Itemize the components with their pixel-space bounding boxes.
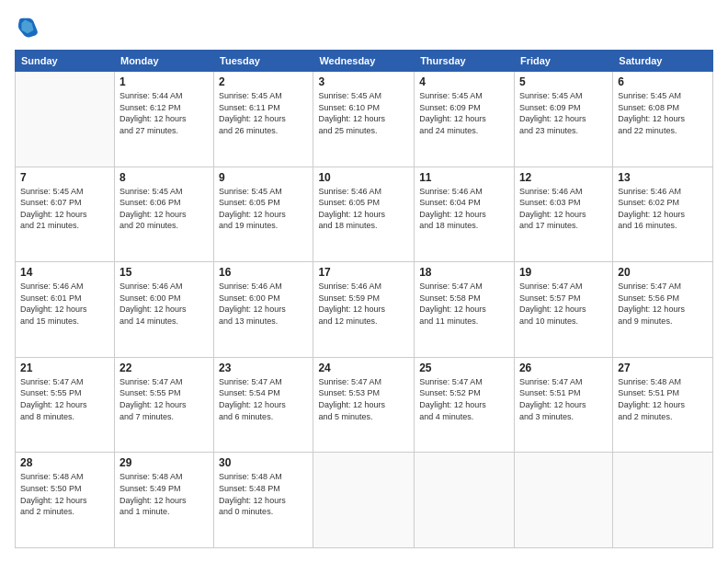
page: SundayMondayTuesdayWednesdayThursdayFrid… <box>0 0 728 563</box>
calendar-cell: 17Sunrise: 5:46 AM Sunset: 5:59 PM Dayli… <box>313 262 415 358</box>
calendar-cell: 8Sunrise: 5:45 AM Sunset: 6:06 PM Daylig… <box>114 167 213 262</box>
calendar-cell <box>313 453 415 548</box>
calendar-cell: 3Sunrise: 5:45 AM Sunset: 6:10 PM Daylig… <box>313 72 415 167</box>
day-number: 19 <box>519 266 608 279</box>
calendar-cell: 20Sunrise: 5:47 AM Sunset: 5:56 PM Dayli… <box>613 262 713 358</box>
weekday-header-tuesday: Tuesday <box>214 51 313 72</box>
calendar-table: SundayMondayTuesdayWednesdayThursdayFrid… <box>15 50 713 548</box>
day-info: Sunrise: 5:48 AM Sunset: 5:49 PM Dayligh… <box>119 471 209 517</box>
week-row-2: 7Sunrise: 5:45 AM Sunset: 6:07 PM Daylig… <box>16 167 713 262</box>
calendar-cell <box>16 72 115 167</box>
logo <box>15 15 42 40</box>
header <box>15 15 713 40</box>
day-number: 2 <box>219 75 308 88</box>
calendar-cell: 22Sunrise: 5:47 AM Sunset: 5:55 PM Dayli… <box>114 357 213 453</box>
day-number: 14 <box>20 266 109 279</box>
calendar-cell <box>613 453 713 548</box>
day-number: 23 <box>219 362 308 374</box>
day-number: 12 <box>519 171 608 184</box>
day-number: 16 <box>219 266 308 279</box>
day-info: Sunrise: 5:46 AM Sunset: 6:00 PM Dayligh… <box>219 281 308 327</box>
week-row-4: 21Sunrise: 5:47 AM Sunset: 5:55 PM Dayli… <box>16 357 713 453</box>
day-number: 24 <box>318 362 409 374</box>
day-number: 26 <box>519 362 608 374</box>
calendar-cell: 28Sunrise: 5:48 AM Sunset: 5:50 PM Dayli… <box>16 453 115 548</box>
calendar-cell: 12Sunrise: 5:46 AM Sunset: 6:03 PM Dayli… <box>514 167 612 262</box>
day-number: 21 <box>20 362 109 374</box>
calendar-cell <box>415 453 515 548</box>
calendar-cell: 29Sunrise: 5:48 AM Sunset: 5:49 PM Dayli… <box>114 453 213 548</box>
day-info: Sunrise: 5:47 AM Sunset: 5:56 PM Dayligh… <box>618 281 708 327</box>
day-number: 28 <box>20 456 109 469</box>
day-number: 29 <box>119 456 209 469</box>
day-info: Sunrise: 5:46 AM Sunset: 6:01 PM Dayligh… <box>20 281 109 327</box>
day-number: 5 <box>519 75 608 88</box>
calendar-cell: 19Sunrise: 5:47 AM Sunset: 5:57 PM Dayli… <box>514 262 612 358</box>
calendar-cell: 13Sunrise: 5:46 AM Sunset: 6:02 PM Dayli… <box>613 167 713 262</box>
day-number: 15 <box>119 266 209 279</box>
day-info: Sunrise: 5:47 AM Sunset: 5:54 PM Dayligh… <box>219 376 308 422</box>
day-info: Sunrise: 5:48 AM Sunset: 5:50 PM Dayligh… <box>20 471 109 517</box>
weekday-header-friday: Friday <box>514 51 612 72</box>
day-info: Sunrise: 5:45 AM Sunset: 6:07 PM Dayligh… <box>20 186 109 232</box>
calendar-cell: 5Sunrise: 5:45 AM Sunset: 6:09 PM Daylig… <box>514 72 612 167</box>
day-info: Sunrise: 5:48 AM Sunset: 5:51 PM Dayligh… <box>618 376 708 422</box>
calendar-cell: 2Sunrise: 5:45 AM Sunset: 6:11 PM Daylig… <box>214 72 313 167</box>
calendar-cell: 27Sunrise: 5:48 AM Sunset: 5:51 PM Dayli… <box>613 357 713 453</box>
week-row-3: 14Sunrise: 5:46 AM Sunset: 6:01 PM Dayli… <box>16 262 713 358</box>
day-number: 25 <box>419 362 509 374</box>
day-number: 7 <box>20 171 109 184</box>
day-info: Sunrise: 5:45 AM Sunset: 6:09 PM Dayligh… <box>419 90 509 136</box>
calendar-cell: 9Sunrise: 5:45 AM Sunset: 6:05 PM Daylig… <box>214 167 313 262</box>
day-info: Sunrise: 5:45 AM Sunset: 6:11 PM Dayligh… <box>219 90 308 136</box>
day-number: 20 <box>618 266 708 279</box>
day-info: Sunrise: 5:45 AM Sunset: 6:06 PM Dayligh… <box>119 186 209 232</box>
day-info: Sunrise: 5:45 AM Sunset: 6:08 PM Dayligh… <box>618 90 708 136</box>
day-number: 8 <box>119 171 209 184</box>
weekday-header-thursday: Thursday <box>415 51 515 72</box>
day-number: 1 <box>119 75 209 88</box>
day-info: Sunrise: 5:46 AM Sunset: 6:05 PM Dayligh… <box>318 186 409 232</box>
day-number: 10 <box>318 171 409 184</box>
day-number: 30 <box>219 456 308 469</box>
weekday-header-saturday: Saturday <box>613 51 713 72</box>
day-info: Sunrise: 5:48 AM Sunset: 5:48 PM Dayligh… <box>219 471 308 517</box>
day-info: Sunrise: 5:46 AM Sunset: 5:59 PM Dayligh… <box>318 281 409 327</box>
day-info: Sunrise: 5:46 AM Sunset: 6:03 PM Dayligh… <box>519 186 608 232</box>
calendar-cell: 30Sunrise: 5:48 AM Sunset: 5:48 PM Dayli… <box>214 453 313 548</box>
day-info: Sunrise: 5:44 AM Sunset: 6:12 PM Dayligh… <box>119 90 209 136</box>
calendar-cell: 26Sunrise: 5:47 AM Sunset: 5:51 PM Dayli… <box>514 357 612 453</box>
day-number: 13 <box>618 171 708 184</box>
weekday-header-wednesday: Wednesday <box>313 51 415 72</box>
day-info: Sunrise: 5:47 AM Sunset: 5:58 PM Dayligh… <box>419 281 509 327</box>
day-number: 27 <box>618 362 708 374</box>
weekday-header-row: SundayMondayTuesdayWednesdayThursdayFrid… <box>16 51 713 72</box>
day-number: 22 <box>119 362 209 374</box>
day-number: 11 <box>419 171 509 184</box>
calendar-cell: 21Sunrise: 5:47 AM Sunset: 5:55 PM Dayli… <box>16 357 115 453</box>
calendar-cell: 1Sunrise: 5:44 AM Sunset: 6:12 PM Daylig… <box>114 72 213 167</box>
day-info: Sunrise: 5:47 AM Sunset: 5:55 PM Dayligh… <box>20 376 109 422</box>
day-info: Sunrise: 5:45 AM Sunset: 6:09 PM Dayligh… <box>519 90 608 136</box>
day-info: Sunrise: 5:47 AM Sunset: 5:57 PM Dayligh… <box>519 281 608 327</box>
weekday-header-monday: Monday <box>114 51 213 72</box>
day-number: 4 <box>419 75 509 88</box>
day-info: Sunrise: 5:47 AM Sunset: 5:52 PM Dayligh… <box>419 376 509 422</box>
week-row-1: 1Sunrise: 5:44 AM Sunset: 6:12 PM Daylig… <box>16 72 713 167</box>
calendar-cell: 15Sunrise: 5:46 AM Sunset: 6:00 PM Dayli… <box>114 262 213 358</box>
calendar-cell: 6Sunrise: 5:45 AM Sunset: 6:08 PM Daylig… <box>613 72 713 167</box>
day-number: 6 <box>618 75 708 88</box>
calendar-cell: 23Sunrise: 5:47 AM Sunset: 5:54 PM Dayli… <box>214 357 313 453</box>
day-number: 9 <box>219 171 308 184</box>
calendar-cell: 11Sunrise: 5:46 AM Sunset: 6:04 PM Dayli… <box>415 167 515 262</box>
week-row-5: 28Sunrise: 5:48 AM Sunset: 5:50 PM Dayli… <box>16 453 713 548</box>
calendar-cell: 18Sunrise: 5:47 AM Sunset: 5:58 PM Dayli… <box>415 262 515 358</box>
calendar-cell: 10Sunrise: 5:46 AM Sunset: 6:05 PM Dayli… <box>313 167 415 262</box>
day-number: 18 <box>419 266 509 279</box>
calendar-cell: 24Sunrise: 5:47 AM Sunset: 5:53 PM Dayli… <box>313 357 415 453</box>
day-info: Sunrise: 5:47 AM Sunset: 5:55 PM Dayligh… <box>119 376 209 422</box>
day-info: Sunrise: 5:46 AM Sunset: 6:02 PM Dayligh… <box>618 186 708 232</box>
calendar-cell: 7Sunrise: 5:45 AM Sunset: 6:07 PM Daylig… <box>16 167 115 262</box>
day-info: Sunrise: 5:47 AM Sunset: 5:53 PM Dayligh… <box>318 376 409 422</box>
calendar-cell <box>514 453 612 548</box>
